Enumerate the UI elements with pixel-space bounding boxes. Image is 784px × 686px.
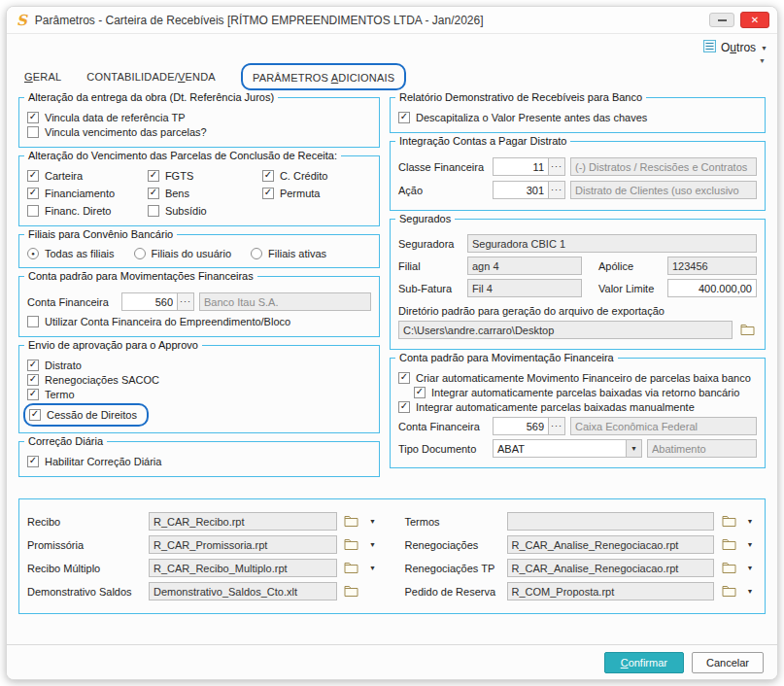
checkbox-integrar-retorno-bancario[interactable]: ✓Integrar automaticamente parcelas baixa… xyxy=(414,387,757,398)
checkbox-bens[interactable]: ✓Bens xyxy=(148,188,262,199)
report-options-button[interactable]: ▼ xyxy=(743,565,757,571)
recibo-multiplo-report-input[interactable] xyxy=(149,559,337,577)
checkbox-habilitar-correcao-diaria[interactable]: ✓Habilitar Correção Diária xyxy=(27,456,371,467)
seguradora-input[interactable] xyxy=(467,234,757,253)
sub-fatura-input[interactable] xyxy=(467,279,582,297)
report-options-button[interactable]: ▼ xyxy=(743,541,757,548)
checkbox-financ-direto[interactable]: Financ. Direto xyxy=(27,205,148,217)
checkbox-label: Distrato xyxy=(45,360,82,371)
chevron-down-icon[interactable]: ▼ xyxy=(627,439,642,458)
radio-todas-as-filiais[interactable]: ●Todas as filiais xyxy=(27,248,115,259)
browse-folder-button[interactable] xyxy=(342,583,361,600)
tipo-documento-select[interactable]: ▼ xyxy=(493,439,642,458)
recibo-report-input[interactable] xyxy=(149,512,337,531)
classe-financeira-row: Classe Financeira ··· xyxy=(398,157,757,176)
checkbox-carteira[interactable]: ✓Carteira xyxy=(27,170,148,182)
conta-financeira-input[interactable] xyxy=(493,417,549,435)
group-conta-padrao-movimentacao: Conta padrão para Movimentação Financeir… xyxy=(390,358,766,468)
checkbox-label: FGTS xyxy=(165,170,193,182)
checkbox-criar-movimento-financeiro[interactable]: ✓Criar automaticamente Movimento Finance… xyxy=(398,372,757,384)
chevron-down-icon: ▼ xyxy=(747,518,754,525)
titlebar[interactable]: S Parâmetros - Carteira de Recebíveis [R… xyxy=(7,7,777,34)
checkbox-subsidio[interactable]: Subsídio xyxy=(148,205,262,217)
pedido-reserva-report-input[interactable] xyxy=(507,582,715,600)
toolbar-expand-button[interactable]: ▼ xyxy=(757,57,767,64)
radio-filiais-ativas[interactable]: Filiais ativas xyxy=(251,248,326,259)
checkbox-vincula-vencimento-parcelas[interactable]: Vincula vencimento das parcelas? xyxy=(27,126,371,138)
renegociacoes-report-input[interactable] xyxy=(507,535,715,554)
reports-section: Recibo ▼ Promissória ▼ Recibo Múltiplo ▼… xyxy=(18,498,766,614)
conta-financeira-row: Conta Financeira ··· xyxy=(398,417,757,435)
outros-button[interactable]: Outros ▼ xyxy=(703,40,767,55)
group-title: Integração Contas a Pagar Distrato xyxy=(395,135,570,147)
browse-folder-button[interactable] xyxy=(342,513,361,531)
parameters-dialog: S Parâmetros - Carteira de Recebíveis [R… xyxy=(6,6,778,680)
field-label: Filial xyxy=(398,260,462,272)
tab-geral[interactable]: GERAL xyxy=(24,71,61,83)
apolice-input[interactable] xyxy=(667,257,757,275)
browse-folder-button[interactable] xyxy=(719,513,738,531)
radio-group: ●Todas as filiais Filiais do usuário Fil… xyxy=(27,248,371,259)
checkbox-financiamento[interactable]: ✓Financiamento xyxy=(27,188,148,199)
minimize-button[interactable] xyxy=(709,13,734,27)
browse-folder-button[interactable] xyxy=(342,560,361,577)
browse-folder-button[interactable] xyxy=(342,536,361,554)
cancel-button[interactable]: Cancelar xyxy=(692,652,764,673)
tab-contabilidade-venda[interactable]: CONTABILIDADE/VENDA xyxy=(86,71,216,83)
checkbox-renegociacoes-sacoc[interactable]: ✓Renegociações SACOC xyxy=(27,374,371,386)
group-title: Correção Diária xyxy=(24,435,107,447)
checkbox-permuta[interactable]: ✓Permuta xyxy=(262,188,371,199)
checkbox-distrato[interactable]: ✓Distrato xyxy=(27,360,371,371)
browse-folder-button[interactable] xyxy=(719,536,738,554)
radio-label: Filiais do usuário xyxy=(152,248,232,259)
browse-folder-button[interactable] xyxy=(719,560,738,577)
tipo-documento-input[interactable] xyxy=(493,439,627,458)
filial-input[interactable] xyxy=(467,257,582,275)
checkbox-integrar-baixadas-manualmente[interactable]: ✓Integrar automaticamente parcelas baixa… xyxy=(398,401,757,413)
conta-financeira-input[interactable] xyxy=(121,292,178,311)
report-row-termos: Termos ▼ xyxy=(405,512,758,531)
checkbox-c-credito[interactable]: ✓C. Crédito xyxy=(262,170,371,182)
radio-filiais-do-usuario[interactable]: Filiais do usuário xyxy=(134,248,232,259)
report-options-button[interactable]: ▼ xyxy=(743,588,757,595)
report-options-button[interactable]: ▼ xyxy=(743,518,757,525)
checkbox-utilizar-conta-empreendimento[interactable]: Utilizar Conta Financeira do Empreendime… xyxy=(27,316,371,327)
report-options-button[interactable]: ▼ xyxy=(366,518,380,525)
diretorio-row xyxy=(398,321,757,339)
checkbox-termo[interactable]: ✓Termo xyxy=(27,389,371,400)
termos-report-input[interactable] xyxy=(507,512,715,531)
lookup-button[interactable]: ··· xyxy=(178,292,194,311)
conta-financeira-descricao xyxy=(199,292,371,311)
lookup-button[interactable]: ··· xyxy=(549,157,565,176)
report-options-button[interactable]: ▼ xyxy=(366,541,380,548)
confirm-button[interactable]: Confirmar xyxy=(604,652,684,673)
checkbox-fgts[interactable]: ✓FGTS xyxy=(148,170,262,182)
browse-folder-button[interactable] xyxy=(737,322,757,339)
checkbox-icon: ✓ xyxy=(414,387,426,398)
demonstrativo-saldos-input[interactable] xyxy=(149,582,337,600)
chevron-down-icon: ▼ xyxy=(747,541,754,548)
check-mark: ✓ xyxy=(264,170,272,180)
promissoria-report-input[interactable] xyxy=(149,535,337,554)
checkbox-icon: ✓ xyxy=(148,170,159,182)
checkbox-vincula-data-referencia-tp[interactable]: ✓ Vincula data de referência TP xyxy=(27,112,371,123)
diretorio-exportacao-input[interactable] xyxy=(398,321,733,339)
folder-icon xyxy=(344,561,358,576)
close-button[interactable]: ✕ xyxy=(740,12,769,28)
acao-input[interactable] xyxy=(493,181,549,199)
checkbox-icon: ✓ xyxy=(398,112,410,123)
radio-dot: ● xyxy=(31,251,35,257)
checkbox-descapitaliza-valor-presente[interactable]: ✓Descapitaliza o Valor Presente antes da… xyxy=(398,112,757,123)
annotation-highlight-cessao: ✓Cessão de Direitos xyxy=(23,403,149,427)
lookup-button[interactable]: ··· xyxy=(549,417,565,435)
valor-limite-input[interactable] xyxy=(667,279,757,297)
browse-folder-button[interactable] xyxy=(719,583,738,600)
folder-icon xyxy=(722,561,736,576)
checkbox-cessao-de-direitos[interactable]: ✓Cessão de Direitos xyxy=(29,409,137,421)
tab-parametros-adicionais[interactable]: PARÂMETROS ADICIONAIS xyxy=(253,72,394,84)
renegociacoes-tp-report-input[interactable] xyxy=(507,559,715,577)
lookup-button[interactable]: ··· xyxy=(549,181,565,199)
report-options-button[interactable]: ▼ xyxy=(366,565,380,571)
group-segurados: Segurados Seguradora Filial Apólice Sub-… xyxy=(390,219,766,350)
classe-financeira-input[interactable] xyxy=(493,157,549,176)
